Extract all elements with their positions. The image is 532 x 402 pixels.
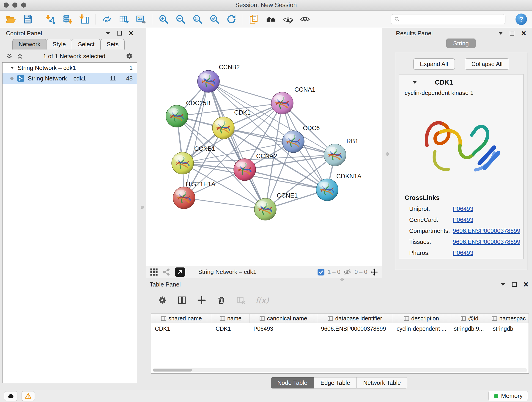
close-window-button[interactable] xyxy=(4,2,9,7)
grid-view-icon[interactable] xyxy=(150,268,158,276)
vertical-splitter-handle[interactable] xyxy=(386,153,389,156)
network-options-gear-icon[interactable] xyxy=(125,52,133,60)
export-table-button[interactable] xyxy=(118,13,130,25)
network-canvas[interactable]: CCNB2CCNA1CDC25BCDK1CDC6RB1CCNB1CCNA2CDK… xyxy=(146,28,382,266)
tab-network-table[interactable]: Network Table xyxy=(356,377,407,389)
column-header-name[interactable]: name xyxy=(212,314,250,323)
network-node-HIST1H1A[interactable] xyxy=(173,187,195,209)
network-node-CDKN1A[interactable] xyxy=(316,179,338,201)
panel-close-icon[interactable]: × xyxy=(521,29,526,37)
crosslink-compartments[interactable]: 9606.ENSP00000378699 xyxy=(453,227,523,235)
cell-name[interactable]: CDK1 xyxy=(212,325,250,332)
help-button[interactable]: ? xyxy=(515,13,527,25)
edge-CCNB2-HIST1H1A[interactable] xyxy=(184,81,209,198)
network-node-CCNE1[interactable] xyxy=(254,198,276,220)
edge-CCNB2-CCNA1[interactable] xyxy=(209,81,282,103)
tab-node-table[interactable]: Node Table xyxy=(271,377,314,389)
zoom-selected-button[interactable] xyxy=(209,13,220,25)
network-node-CCNA1[interactable] xyxy=(271,92,293,114)
zoom-fit-content-button[interactable] xyxy=(192,13,203,25)
network-collection-row[interactable]: String Network – cdk1 1 xyxy=(2,63,137,73)
warnings-button[interactable] xyxy=(22,391,35,401)
cell-canonical-name[interactable]: P06493 xyxy=(250,325,317,332)
scrollbar-thumb[interactable] xyxy=(153,369,192,371)
tab-sets[interactable]: Sets xyxy=(100,39,125,50)
home-view-button[interactable] xyxy=(265,13,277,25)
table-row[interactable]: CDK1 CDK1 P06493 9606.ENSP00000378699 cy… xyxy=(151,323,529,334)
collection-expander-icon[interactable] xyxy=(10,67,14,69)
graphics-details-button[interactable] xyxy=(299,13,311,25)
panel-menu-icon[interactable] xyxy=(500,283,505,286)
export-network-button[interactable] xyxy=(101,13,113,25)
save-session-button[interactable] xyxy=(22,13,33,25)
collapse-all-networks-icon[interactable] xyxy=(6,53,13,60)
network-node-CCNA2[interactable] xyxy=(234,159,256,181)
annotation-mode-button[interactable] xyxy=(282,13,294,25)
vertical-splitter-handle[interactable] xyxy=(141,206,144,209)
panel-close-icon[interactable]: × xyxy=(524,280,528,288)
panel-float-icon[interactable] xyxy=(117,31,122,36)
tab-style[interactable]: Style xyxy=(46,39,72,50)
share-network-icon[interactable] xyxy=(162,268,170,276)
delete-column-icon[interactable] xyxy=(216,295,227,306)
pan-move-icon[interactable] xyxy=(370,268,378,276)
collapse-all-button[interactable]: Collapse All xyxy=(465,58,509,70)
column-header-description[interactable]: description xyxy=(393,314,450,323)
section-expander-icon[interactable] xyxy=(413,81,417,84)
cell-id[interactable]: stringdb:9... xyxy=(450,325,489,332)
refresh-view-button[interactable] xyxy=(226,13,237,25)
horizontal-scrollbar[interactable] xyxy=(152,368,527,372)
import-network-from-file-button[interactable] xyxy=(45,13,56,25)
zoom-out-button[interactable] xyxy=(175,13,186,25)
show-columns-icon[interactable] xyxy=(177,295,187,306)
network-node-CCNB1[interactable] xyxy=(172,152,194,174)
edge-CCNE1-HIST1H1A[interactable] xyxy=(184,198,265,209)
crosslink-genecard[interactable]: P06493 xyxy=(453,216,523,223)
network-node-CDK1[interactable] xyxy=(212,117,234,139)
expand-all-button[interactable]: Expand All xyxy=(413,58,455,70)
network-node-CDC6[interactable] xyxy=(282,131,304,153)
clone-network-button[interactable] xyxy=(248,13,260,25)
column-header-database-identifier[interactable]: database identifier xyxy=(317,314,393,323)
table-settings-gear-icon[interactable] xyxy=(157,295,167,306)
expand-all-networks-icon[interactable] xyxy=(17,53,23,60)
tab-network[interactable]: Network xyxy=(12,39,46,50)
cell-shared-name[interactable]: CDK1 xyxy=(151,325,212,332)
add-column-icon[interactable] xyxy=(196,295,207,306)
cloud-button[interactable] xyxy=(4,391,17,401)
column-header-id[interactable]: @id xyxy=(450,314,489,323)
cell-description[interactable]: cyclin-dependent ... xyxy=(393,325,450,332)
panel-menu-icon[interactable] xyxy=(106,32,110,35)
hidden-eye-icon[interactable] xyxy=(343,268,351,276)
edge-CCNB2-CCNE1[interactable] xyxy=(209,81,265,209)
import-table-from-file-button[interactable] xyxy=(79,13,90,25)
column-header-shared-name[interactable]: shared name xyxy=(151,314,212,323)
zoom-in-button[interactable] xyxy=(158,13,169,25)
search-input[interactable] xyxy=(391,14,505,24)
crosslink-uniprot[interactable]: P06493 xyxy=(453,205,523,212)
panel-close-icon[interactable]: × xyxy=(128,29,133,37)
network-row[interactable]: String Network – cdk1 1148 xyxy=(2,73,137,84)
open-session-button[interactable] xyxy=(5,13,17,25)
network-node-RB1[interactable] xyxy=(324,144,346,166)
panel-float-icon[interactable] xyxy=(512,282,517,287)
crosslink-pharos[interactable]: P06493 xyxy=(453,249,523,256)
memory-button[interactable]: Memory xyxy=(488,391,528,401)
gene-section-header[interactable]: CDK1 xyxy=(399,76,523,89)
network-node-CCNB2[interactable] xyxy=(197,70,220,92)
tab-edge-table[interactable]: Edge Table xyxy=(314,377,357,389)
network-node-CDC25B[interactable] xyxy=(166,105,188,127)
panel-float-icon[interactable] xyxy=(510,31,514,36)
import-network-from-database-button[interactable] xyxy=(62,13,73,25)
minimize-window-button[interactable] xyxy=(12,2,17,7)
zoom-window-button[interactable] xyxy=(21,2,26,7)
tab-string[interactable]: String xyxy=(446,38,476,48)
selected-checkbox-icon[interactable] xyxy=(317,269,324,275)
column-header-canonical-name[interactable]: canonical name xyxy=(250,314,317,323)
crosslink-tissues[interactable]: 9606.ENSP00000378699 xyxy=(453,238,523,245)
tab-select[interactable]: Select xyxy=(72,39,101,50)
column-header-namespace[interactable]: namespac xyxy=(489,314,529,323)
panel-menu-icon[interactable] xyxy=(498,32,503,35)
cell-database-identifier[interactable]: 9606.ENSP00000378699 xyxy=(317,325,393,332)
open-in-new-window-button[interactable] xyxy=(175,268,185,277)
